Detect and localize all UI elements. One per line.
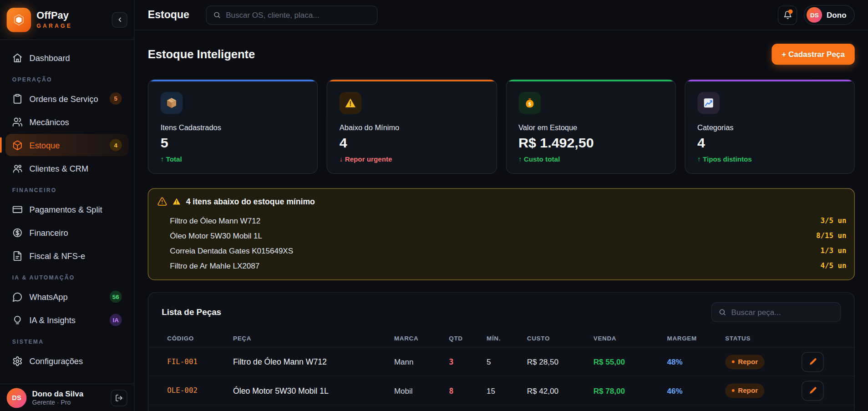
col-header-min: MÍN. <box>487 335 527 341</box>
sidebar-nav: Dashboard OPERAÇÃO Ordens de Serviço 5 M… <box>0 40 134 384</box>
stats-grid: Itens Cadastrados 5 ↑ Total Abaixo do Mí… <box>148 79 855 174</box>
stat-label: Abaixo do Mínimo <box>340 123 484 132</box>
users-round-icon <box>12 163 23 173</box>
cell-part-name: Filtro de Óleo Mann W712 <box>233 357 394 366</box>
sidebar-item-pagamentos-split[interactable]: Pagamentos & Split <box>5 198 128 220</box>
parts-list-panel: Lista de Peças CÓDIGO PEÇA MARCA QTD MÍN… <box>148 292 855 411</box>
alert-item-qty: 1/3 un <box>820 246 846 254</box>
alert-item-name: Filtro de Ar Mahle LX2087 <box>170 261 259 269</box>
status-dot <box>732 389 735 392</box>
stat-delta: ↓ Repor urgente <box>340 156 484 163</box>
user-role: Gerente · Pro <box>32 399 106 406</box>
sidebar-item-mecanicos[interactable]: Mecânicos <box>5 111 128 133</box>
alert-item-name: Correia Dentada Gates K015649XS <box>170 246 293 255</box>
status-badge: Repor <box>725 383 765 398</box>
file-text-icon <box>12 250 23 261</box>
main-content: Estoque Inteligente + Cadastrar Peça <box>135 30 868 411</box>
cadastrar-peca-button[interactable]: + Cadastrar Peça <box>772 44 854 65</box>
brand-logo <box>7 7 31 32</box>
sidebar-item-label: Estoque <box>29 140 103 150</box>
cell-actions <box>802 352 845 372</box>
cell-code: FIL-001 <box>167 358 233 366</box>
sidebar-badge: IA <box>110 314 122 326</box>
status-badge: Repor <box>725 355 765 369</box>
cell-min: 15 <box>487 386 527 395</box>
alert-item-name: Óleo Motor 5W30 Mobil 1L <box>170 231 262 240</box>
warning-triangle-icon <box>172 197 181 206</box>
sidebar-header: OffPay GARAGE <box>0 0 134 40</box>
sidebar-item-configuracoes[interactable]: Configurações <box>5 350 128 372</box>
sidebar-item-dashboard[interactable]: Dashboard <box>5 46 128 69</box>
user-avatar: DS <box>807 7 822 23</box>
stat-delta: ↑ Total <box>161 156 305 163</box>
sidebar-section-label: FINANCEIRO <box>12 187 122 195</box>
table-row: FIL-001 Filtro de Óleo Mann W712 Mann 3 … <box>148 348 854 376</box>
logout-icon <box>115 394 123 401</box>
edit-part-button[interactable] <box>802 381 824 401</box>
sidebar-item-clientes-crm[interactable]: Clientes & CRM <box>5 157 128 179</box>
hexagon-icon <box>12 13 25 26</box>
sidebar-item-label: Pagamentos & Split <box>29 204 122 214</box>
sidebar-item-label: Dashboard <box>29 53 122 62</box>
users-icon <box>12 117 23 127</box>
chevron-left-icon <box>116 16 123 23</box>
sidebar-item-estoque[interactable]: Estoque 4 <box>5 134 128 156</box>
user-avatar: DS <box>7 388 27 408</box>
sidebar-item-label: Ordens de Serviço <box>29 94 103 103</box>
pencil-icon <box>808 386 817 395</box>
stat-icon-chip <box>161 92 183 114</box>
stat-value: 4 <box>697 135 842 151</box>
notifications-button[interactable] <box>778 5 797 25</box>
topbar: Estoque DS Dono <box>135 0 868 30</box>
col-header-margem: MARGEM <box>667 335 726 341</box>
stat-value: R$ 1.492,50 <box>518 135 663 151</box>
cell-qty: 8 <box>449 386 487 395</box>
edit-part-button[interactable] <box>802 352 824 372</box>
global-search <box>206 5 377 25</box>
global-search-input[interactable] <box>226 10 370 19</box>
sidebar-item-whatsapp[interactable]: WhatsApp 56 <box>5 286 128 308</box>
table-row: OLE-002 Óleo Motor 5W30 Mobil 1L Mobil 8… <box>148 376 854 405</box>
stat-icon-chip <box>697 92 720 114</box>
user-menu-button[interactable]: DS Dono <box>804 5 855 25</box>
cell-min: 5 <box>487 357 527 366</box>
card-accent-bar <box>327 80 496 81</box>
search-icon <box>719 308 726 316</box>
sidebar-item-financeiro[interactable]: Financeiro <box>5 221 128 244</box>
lightbulb-icon <box>12 315 23 325</box>
parts-list-title: Lista de Peças <box>162 307 221 317</box>
stat-icon-chip <box>340 92 362 114</box>
chat-bubble-icon <box>12 291 23 302</box>
brand-subtitle: GARAGE <box>36 23 106 29</box>
alert-item-row: Filtro de Óleo Mann W712 3/5 un <box>156 213 847 228</box>
parts-search-input[interactable] <box>731 308 834 316</box>
sidebar-item-ordens-de-servico[interactable]: Ordens de Serviço 5 <box>5 87 128 110</box>
circle-dollar-icon <box>12 227 23 238</box>
sidebar-collapse-button[interactable] <box>112 12 127 27</box>
stat-label: Itens Cadastrados <box>161 123 305 132</box>
sidebar-item-label: Mecânicos <box>29 117 122 127</box>
alert-item-row: Correia Dentada Gates K015649XS 1/3 un <box>156 243 847 258</box>
user-short-name: Dono <box>827 10 846 19</box>
logout-button[interactable] <box>111 390 127 406</box>
stat-label: Valor em Estoque <box>518 123 663 132</box>
page-title: Estoque Inteligente <box>148 48 255 61</box>
cell-qty: 3 <box>449 357 487 366</box>
alert-item-qty: 8/15 un <box>816 231 847 239</box>
cell-margin: 46% <box>667 386 726 395</box>
sidebar-item-ia-insights[interactable]: IA & Insights IA <box>5 309 128 331</box>
col-header-codigo: CÓDIGO <box>167 335 233 341</box>
stat-icon-chip: $ <box>518 92 541 114</box>
stat-value: 5 <box>161 135 305 151</box>
col-header-qtd: QTD <box>449 335 487 341</box>
stat-delta: ↑ Custo total <box>518 156 663 163</box>
cell-cost: R$ 42,00 <box>527 386 594 395</box>
cell-sale: R$ 55,00 <box>594 357 667 366</box>
stat-value: 4 <box>340 135 484 151</box>
sidebar-item-fiscal-nfse[interactable]: Fiscal & NFS-e <box>5 245 128 267</box>
sidebar-item-label: Fiscal & NFS-e <box>29 251 122 261</box>
home-icon <box>12 52 23 63</box>
col-header-custo: CUSTO <box>527 335 594 341</box>
table-header-row: CÓDIGO PEÇA MARCA QTD MÍN. CUSTO VENDA M… <box>148 329 854 347</box>
sidebar-item-label: Clientes & CRM <box>29 163 122 173</box>
